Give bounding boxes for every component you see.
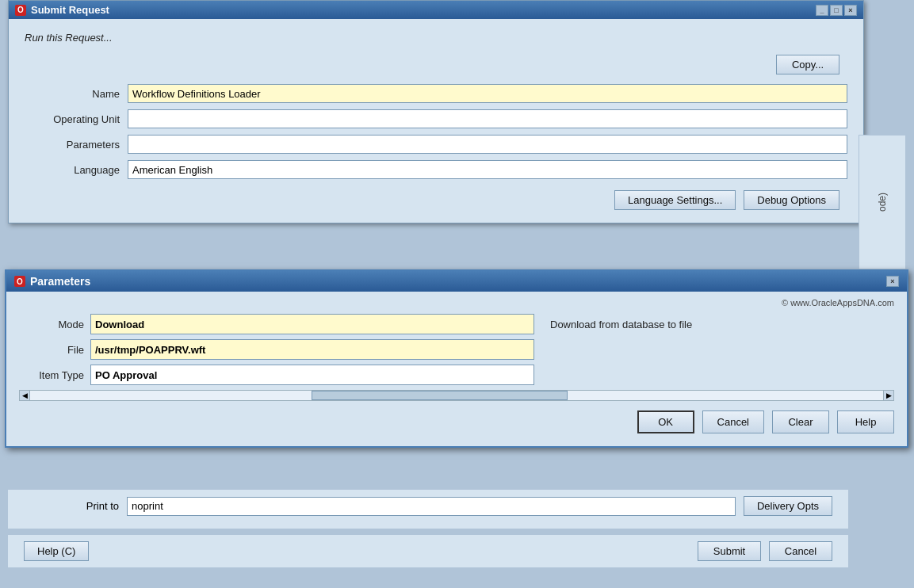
submit-button[interactable]: Submit	[698, 541, 761, 561]
run-request-label: Run this Request...	[25, 32, 847, 44]
item-type-input[interactable]	[90, 365, 534, 385]
params-btn-row: OK Cancel Clear Help	[19, 410, 894, 433]
file-row: File	[19, 339, 894, 360]
help-c-button[interactable]: Help (C)	[24, 541, 89, 561]
bottom-buttons-row: Help (C) Submit Cancel	[8, 534, 848, 567]
copy-btn-row: Copy...	[25, 55, 847, 74]
copyright-text: © www.OracleAppsDNA.com	[19, 298, 894, 307]
params-oracle-icon: O	[14, 276, 25, 287]
scroll-left-btn[interactable]: ◀	[19, 390, 30, 401]
help-button[interactable]: Help	[837, 410, 894, 433]
delivery-opts-button[interactable]: Delivery Opts	[744, 496, 832, 516]
clear-button[interactable]: Clear	[772, 410, 829, 433]
params-title: Parameters	[30, 275, 90, 288]
scroll-thumb[interactable]	[312, 391, 568, 400]
params-close-btn[interactable]: ×	[886, 276, 899, 287]
titlebar-left: O Submit Request	[15, 4, 109, 16]
params-titlebar-left: O Parameters	[14, 275, 90, 288]
parameters-label: Parameters	[25, 139, 128, 151]
close-btn[interactable]: ×	[844, 5, 857, 16]
language-value: American English	[128, 160, 847, 179]
submit-window-content: Run this Request... Copy... Name Operati…	[9, 19, 863, 223]
submit-window-titlebar: O Submit Request _ □ ×	[9, 1, 863, 19]
mode-input[interactable]	[90, 314, 534, 334]
operating-unit-input[interactable]	[128, 109, 847, 128]
parameters-window: O Parameters × © www.OracleAppsDNA.com M…	[5, 269, 908, 448]
language-label: Language	[25, 164, 128, 176]
horizontal-scrollbar[interactable]: ◀ ▶	[19, 390, 894, 401]
submit-request-window: O Submit Request _ □ × Run this Request.…	[8, 0, 864, 223]
name-label: Name	[25, 88, 128, 100]
parameters-row: Parameters	[25, 135, 847, 154]
print-to-input[interactable]	[127, 497, 736, 516]
oracle-icon: O	[15, 5, 26, 16]
mode-label: Mode	[19, 319, 90, 330]
file-input[interactable]	[90, 339, 534, 360]
scroll-right-btn[interactable]: ▶	[883, 390, 894, 401]
cancel-button[interactable]: Cancel	[702, 410, 764, 433]
scroll-track[interactable]	[30, 390, 883, 401]
mode-row: Mode Download from database to file	[19, 314, 894, 334]
titlebar-controls: _ □ ×	[816, 5, 857, 16]
language-settings-button[interactable]: Language Settings...	[614, 190, 736, 210]
file-label: File	[19, 344, 90, 356]
print-row: Print to Delivery Opts	[24, 496, 832, 516]
params-controls: ×	[886, 276, 899, 287]
print-label: Print to	[24, 500, 127, 512]
operating-unit-row: Operating Unit	[25, 109, 847, 128]
name-row: Name	[25, 84, 847, 103]
cancel-submit-button[interactable]: Cancel	[769, 541, 832, 561]
submit-cancel-row: Submit Cancel	[698, 541, 832, 561]
operating-unit-label: Operating Unit	[25, 113, 128, 125]
copy-button[interactable]: Copy...	[776, 55, 839, 74]
item-type-label: Item Type	[19, 369, 90, 381]
debug-options-button[interactable]: Debug Options	[744, 190, 839, 210]
item-type-row: Item Type	[19, 365, 894, 385]
language-row: Language American English	[25, 160, 847, 179]
parameters-input[interactable]	[128, 135, 847, 154]
mode-description: Download from database to file	[550, 319, 692, 330]
bottom-section: Print to Delivery Opts	[8, 490, 848, 529]
submit-window-title: Submit Request	[31, 4, 109, 16]
ok-button[interactable]: OK	[637, 410, 694, 433]
minimize-btn[interactable]: _	[816, 5, 828, 16]
maximize-btn[interactable]: □	[830, 5, 843, 16]
params-titlebar: O Parameters ×	[6, 271, 907, 292]
side-panel: ode)	[859, 135, 906, 269]
params-content: © www.OracleAppsDNA.com Mode Download fr…	[6, 292, 907, 446]
name-input[interactable]	[128, 84, 847, 103]
language-btn-row: Language Settings... Debug Options	[25, 190, 847, 210]
side-panel-text: ode)	[877, 193, 888, 212]
